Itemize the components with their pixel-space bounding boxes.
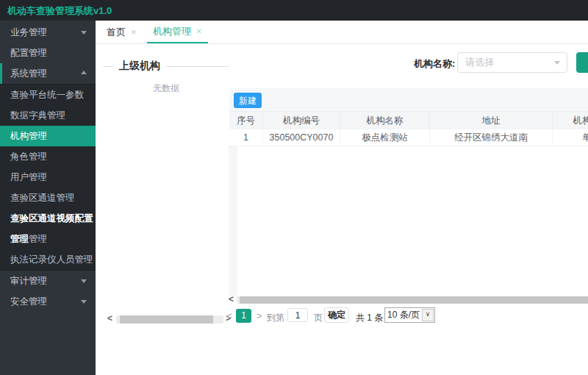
cell-org-code: 350500CY0070	[263, 129, 340, 146]
tree-scrollbar-thumb[interactable]	[120, 315, 213, 324]
create-new-button[interactable]: 新建	[234, 93, 262, 108]
sidebar-group-label: 审计管理	[10, 276, 47, 286]
close-icon[interactable]: ×	[131, 26, 137, 38]
app-window: 机动车查验管理系统v1.0 业务管理 配置管理 系统管理 查验平台统一参数 数据…	[0, 0, 588, 375]
sidebar-item-organization-management[interactable]: 机构管理	[0, 126, 96, 146]
pagination-goto-label: 到第	[267, 312, 284, 324]
sidebar-group-system[interactable]: 系统管理	[0, 63, 96, 84]
column-header-seq: 序号	[229, 112, 263, 129]
close-icon[interactable]: ×	[196, 26, 202, 37]
chevron-down-icon	[81, 300, 87, 304]
pagination-prev-button[interactable]: <	[226, 310, 232, 321]
table-header-row: 序号 机构编号 机构名称 地址 机构类型	[229, 111, 588, 130]
top-header-bar: 机动车查验管理系统v1.0	[0, 0, 588, 21]
cell-org-name: 极点检测站	[340, 129, 430, 146]
cell-seq: 1	[229, 129, 263, 146]
sidebar-submenu-system: 查验平台统一参数 数据字典管理 机构管理 角色管理 用户管理 查验区通道管理 查…	[0, 84, 96, 271]
org-name-select[interactable]: 请选择	[457, 52, 567, 73]
section-title: 上级机构	[119, 60, 160, 73]
divider-line	[166, 66, 229, 67]
tab-label: 机构管理	[153, 26, 191, 37]
chevron-down-icon	[554, 61, 560, 65]
table-scroll-left-arrow[interactable]: <	[229, 294, 234, 304]
tab-home[interactable]: 首页×	[107, 21, 137, 43]
pagination-total-label: 共 1 条	[356, 312, 383, 324]
pagination-confirm-button[interactable]: 确定	[324, 307, 349, 323]
sidebar-item-role-management[interactable]: 角色管理	[0, 146, 96, 167]
table-toolbar	[229, 88, 588, 111]
sidebar-group-business[interactable]: 业务管理	[0, 22, 96, 43]
org-name-label: 机构名称:	[414, 57, 455, 71]
sidebar-item-platform-params[interactable]: 查验平台统一参数	[0, 85, 96, 105]
tab-organization-management[interactable]: 机构管理×	[147, 21, 208, 43]
tree-scroll-left-arrow[interactable]: <	[107, 313, 112, 324]
sidebar-group-security[interactable]: 安全管理	[0, 291, 96, 312]
tab-label: 首页	[107, 26, 126, 38]
select-placeholder: 请选择	[465, 53, 494, 72]
chevron-down-icon	[81, 279, 87, 283]
cell-address: 经开区锦绣大道南	[430, 129, 553, 146]
sidebar-group-label: 业务管理	[10, 27, 47, 38]
sidebar-item-recorder-personnel[interactable]: 执法记录仪人员管理	[0, 249, 96, 270]
parent-organization-section-title: 上级机构	[103, 60, 229, 73]
table-scrollbar-thumb[interactable]	[240, 296, 588, 304]
sidebar-group-label: 配置管理	[10, 48, 47, 58]
sidebar-group-config[interactable]: 配置管理	[0, 43, 96, 63]
sidebar-item-user-management[interactable]: 用户管理	[0, 167, 96, 188]
table-left-gutter	[229, 146, 237, 296]
sidebar-group-label: 系统管理	[10, 68, 47, 79]
divider-line	[103, 66, 113, 67]
chevron-down-icon	[81, 31, 87, 35]
tab-bar: 首页× 机构管理×	[96, 21, 588, 44]
sidebar-group-label: 安全管理	[10, 296, 47, 307]
column-header-org-code: 机构编号	[263, 112, 340, 129]
cell-org-type: 单位	[553, 129, 588, 146]
page-size-select[interactable]: 10 条/页 ∨	[384, 307, 435, 323]
sidebar-item-channel-video-config[interactable]: 查验区通道视频配置管理	[0, 208, 96, 229]
column-header-org-type: 机构类型	[553, 112, 588, 129]
column-header-address: 地址	[430, 112, 553, 129]
search-button[interactable]: 查询	[576, 52, 588, 73]
table-row[interactable]: 1 350500CY0070 极点检测站 经开区锦绣大道南 单位	[229, 129, 588, 146]
tree-empty-text: 无数据	[103, 82, 229, 95]
chevron-up-icon	[81, 71, 87, 74]
sidebar-item-detachment-management[interactable]: 支队管理	[0, 229, 96, 249]
sidebar-group-audit[interactable]: 审计管理	[0, 271, 96, 291]
sidebar: 业务管理 配置管理 系统管理 查验平台统一参数 数据字典管理 机构管理 角色管理…	[0, 21, 96, 375]
sidebar-item-data-dictionary[interactable]: 数据字典管理	[0, 105, 96, 126]
pagination-next-button[interactable]: >	[257, 310, 262, 321]
pagination-page-unit-label: 页	[314, 312, 323, 324]
app-title: 机动车查验管理系统v1.0	[7, 4, 112, 18]
chevron-down-icon: ∨	[422, 309, 434, 321]
pagination-page-1-button[interactable]: 1	[236, 309, 251, 323]
column-header-org-name: 机构名称	[340, 112, 430, 129]
sidebar-item-channel-management[interactable]: 查验区通道管理	[0, 188, 96, 208]
pagination-goto-input[interactable]	[287, 308, 308, 322]
page-size-value: 10 条/页	[385, 309, 422, 321]
